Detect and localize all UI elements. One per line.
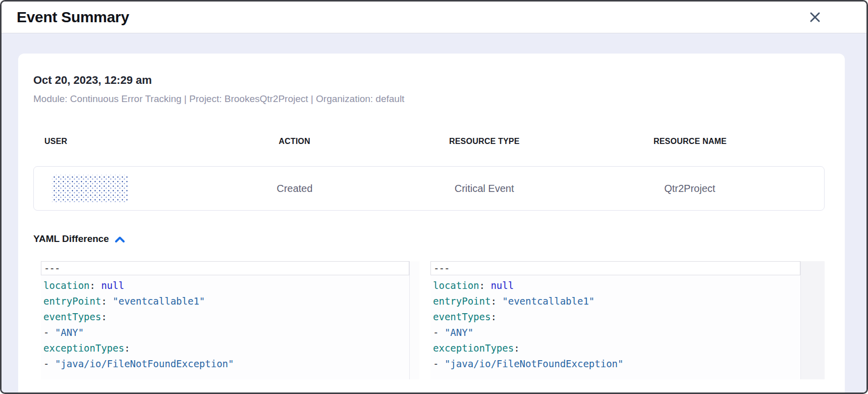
yaml-left-content: --- location: nullentryPoint: "eventcall…	[41, 261, 409, 379]
yaml-code-line: entryPoint: "eventcallable1"	[430, 293, 800, 309]
modal-body: Oct 20, 2023, 12:29 am Module: Continuou…	[2, 33, 866, 392]
audit-table-row: Created Critical Event Qtr2Project	[33, 166, 825, 211]
collapse-button[interactable]	[115, 235, 125, 243]
yaml-code-line: exceptionTypes:	[41, 340, 409, 356]
resource-name-cell: Qtr2Project	[587, 183, 792, 194]
yaml-code-line: exceptionTypes:	[430, 340, 800, 356]
yaml-right-doc-separator-row: ---	[430, 261, 800, 275]
yaml-diff-panels: --- location: nullentryPoint: "eventcall…	[41, 261, 825, 379]
yaml-code-line: - "java/io/FileNotFoundException"	[41, 356, 409, 372]
yaml-diff-left-pane[interactable]: --- location: nullentryPoint: "eventcall…	[41, 261, 419, 379]
doc-separator-text: ---	[433, 263, 449, 274]
action-cell: Created	[208, 183, 382, 194]
yaml-code-line: entryPoint: "eventcallable1"	[41, 293, 409, 309]
yaml-left-code: location: nullentryPoint: "eventcallable…	[41, 275, 409, 372]
yaml-code-line: location: null	[430, 278, 800, 293]
yaml-code-line: - "ANY"	[430, 325, 800, 340]
event-timestamp: Oct 20, 2023, 12:29 am	[33, 74, 825, 87]
yaml-code-line: eventTypes:	[41, 309, 409, 325]
doc-separator-text: ---	[44, 263, 60, 274]
modal-title: Event Summary	[17, 9, 129, 26]
column-header-user: USER	[33, 137, 207, 146]
yaml-code-line: - "ANY"	[41, 325, 409, 340]
yaml-code-line: eventTypes:	[430, 309, 800, 325]
event-card: Oct 20, 2023, 12:29 am Module: Continuou…	[18, 54, 845, 392]
yaml-code-line: location: null	[41, 278, 409, 293]
column-header-resource-name: RESOURCE NAME	[587, 137, 793, 146]
yaml-right-content: --- location: nullentryPoint: "eventcall…	[430, 261, 800, 379]
yaml-diff-right-pane[interactable]: --- location: nullentryPoint: "eventcall…	[430, 261, 825, 379]
redacted-user-pattern	[52, 175, 128, 202]
event-metadata: Module: Continuous Error Tracking | Proj…	[33, 93, 825, 105]
event-summary-modal: Event Summary Oct 20, 2023, 12:29 am Mod…	[0, 0, 868, 394]
column-header-action: ACTION	[207, 137, 382, 146]
yaml-left-doc-separator-row: ---	[41, 261, 409, 275]
yaml-right-code: location: nullentryPoint: "eventcallable…	[430, 275, 800, 372]
modal-header: Event Summary	[2, 2, 866, 33]
close-button[interactable]	[807, 9, 823, 25]
yaml-code-line: - "java/io/FileNotFoundException"	[430, 356, 800, 372]
chevron-up-icon	[115, 236, 125, 243]
yaml-difference-label: YAML Difference	[33, 233, 109, 244]
close-icon	[809, 11, 821, 23]
audit-table-header-row: USER ACTION RESOURCE TYPE RESOURCE NAME	[33, 137, 825, 146]
column-header-resource-type: RESOURCE TYPE	[382, 137, 587, 146]
yaml-left-scrollbar-track[interactable]	[409, 261, 419, 379]
yaml-right-scrollbar-track[interactable]	[800, 261, 825, 379]
yaml-difference-toggle[interactable]: YAML Difference	[33, 233, 825, 244]
resource-type-cell: Critical Event	[382, 183, 587, 194]
user-cell	[34, 175, 208, 202]
